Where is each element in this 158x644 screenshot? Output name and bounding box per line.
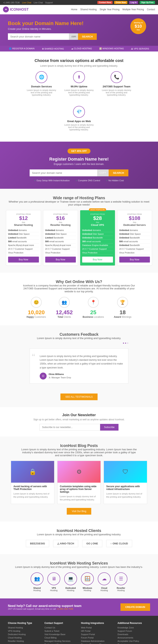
stat-happy-label: Happy Customers — [27, 316, 46, 318]
footer-link-dedicated[interactable]: Dedicated Hosting — [8, 633, 41, 636]
plans-grid: STARTING FROM $12 /mo Shared Hosting Unl… — [6, 210, 152, 266]
footer-link-vps[interactable]: VPS Hosting — [8, 630, 41, 632]
feature-item: 500 email accounts — [45, 240, 76, 244]
nav-shared[interactable]: Shared Hosting — [80, 8, 97, 11]
shared-hosting-icon: 👥 — [31, 572, 44, 585]
support-link[interactable]: Support — [45, 2, 53, 4]
stats-grid: 😊 10,020 Happy Customers 👥 12,452 Total … — [8, 297, 150, 318]
subnav-vps-servers[interactable]: 🖧 VPS SERVERS — [127, 46, 153, 52]
vps-hosting-icon: 🖥 — [47, 572, 60, 585]
cta-create-domain-button[interactable]: CREATE DOMAIN — [120, 603, 150, 611]
footer-link-downloads[interactable]: Downloads — [117, 633, 150, 636]
footer-link-billing[interactable]: Cloud Billing — [44, 636, 77, 639]
feature-item: Virus Protection — [8, 251, 39, 255]
live-chat-label[interactable]: Live Chat — [34, 2, 43, 4]
support-icon: 📞 — [111, 71, 122, 83]
footer-link-support-portal[interactable]: Support Portal — [81, 633, 114, 636]
stat-awards-label: Award Winnings — [114, 316, 131, 318]
footer-link-contact[interactable]: Contact Us — [44, 626, 77, 629]
newsletter-form: Subscribe — [40, 424, 118, 430]
footer-link-disaster[interactable]: Disaster Recovery Planning — [81, 643, 114, 644]
subnav-shared-hosting[interactable]: 🖥 SHARED HOSTING — [38, 46, 68, 52]
domain-banner-input[interactable] — [30, 170, 97, 176]
plan-reseller-period: /mo — [45, 221, 76, 224]
locations-icon: 📍 — [88, 297, 99, 308]
footer-link-announcements[interactable]: Announcements — [117, 636, 150, 639]
footer-link-cloud[interactable]: Cloud Hosting — [8, 636, 41, 639]
blog-post-2-title: Customize templates using wide array of … — [60, 485, 98, 493]
testimonials-title: Customers Feedback — [8, 332, 150, 337]
site-logo[interactable]: ✦ ICONHOST — [3, 6, 29, 12]
cta-title: Need help? Call our award-winning suppor… — [8, 604, 81, 608]
newsletter-subscribe-button[interactable]: Subscribe — [100, 424, 118, 430]
footer-link-shared[interactable]: Shared Hosting — [8, 626, 41, 629]
footer-link-managed[interactable]: Managed Hosting Services — [44, 640, 77, 642]
subnav-windows-hosting[interactable]: 🪟 WINDOWS HOSTING — [96, 46, 128, 52]
feature-item: 500 email accounts — [8, 240, 39, 244]
nav-contact[interactable]: Contact — [147, 8, 155, 11]
feature-support-desc: Lorem Ipsum is simply dummy text of the … — [101, 89, 132, 96]
feature-support: 📞 24/7/365 Support Team Lorem Ipsum is s… — [101, 71, 132, 100]
plan-shared-buy-button[interactable]: Buy Now — [8, 256, 39, 262]
web-hosting-services-section: IconHost Web Hosting Services Lorem Ipsu… — [0, 554, 158, 598]
subnav-register-domain[interactable]: 🌐 REGISTER A DOMAIN — [5, 46, 38, 52]
footer-columns: Choose Hosting Type Shared Hosting VPS H… — [8, 622, 150, 644]
feature-apps-title: Great Apps on Web — [63, 120, 95, 123]
feature-domain-title: Domain Services — [26, 85, 57, 88]
client-go: GO | ONE — [82, 540, 102, 547]
footer-link-forum[interactable]: Forum Portal — [81, 636, 114, 639]
feature-item: Limited Bandwidth — [8, 236, 39, 240]
all-testimonials-button[interactable]: SEE ALL TESTIMONIALS — [60, 394, 98, 400]
signup-button[interactable]: Sign Up Free — [140, 1, 155, 4]
cta-text: Need help? Call our award-winning suppor… — [8, 604, 81, 610]
footer-link-web-portal[interactable]: Web Portal — [81, 626, 114, 629]
domain-search-input[interactable] — [8, 33, 69, 40]
footer-resources-title: Additional Resources — [117, 622, 150, 624]
newsletter-input[interactable] — [40, 424, 100, 430]
cta-phone[interactable]: +1-845-190-7536 — [57, 608, 73, 610]
order-now-button[interactable]: Order Now — [114, 1, 127, 4]
stat-locations-label: Business Locations — [83, 316, 104, 318]
features-section: Choose from various options at affordabl… — [0, 52, 158, 142]
feature-item: Unlimited Disk Space — [119, 232, 150, 236]
footer-link-hr-portal[interactable]: HR Portal — [81, 630, 114, 632]
top-bar-contact: +1-845-190-7536 Live Chat Live Chat Supp… — [3, 2, 53, 4]
footer-link-database[interactable]: Database Administration — [81, 640, 114, 642]
footer-link-acceptable-use[interactable]: Acceptable Use Policy — [117, 640, 150, 642]
author-role: Jr. Manager Team Emp — [49, 376, 71, 379]
check-dns: Complete DNS Control — [76, 179, 100, 182]
footer-link-support-forum[interactable]: Support Forum — [117, 630, 150, 632]
blog-post-2-desc: Lorem Ipsum is simply dummy text of the … — [60, 495, 98, 502]
footer-support-title: Contact Support — [44, 622, 77, 624]
contact-now-button[interactable]: Contact Now — [97, 1, 113, 4]
plan-vps-buy-button[interactable]: Buy Now — [82, 256, 113, 262]
domain-banner-search-button[interactable]: SEARCH — [109, 170, 128, 176]
live-chat-link[interactable]: Live Chat — [22, 2, 31, 4]
nav-multi-year[interactable]: Multiple Year Pricing — [122, 8, 144, 11]
testimonial-author: O Olivia Williams Jr. Manager Team Emp — [40, 372, 124, 380]
plan-vps-period: /mo — [82, 221, 113, 224]
footer-link-professional[interactable]: Professional Services — [44, 643, 77, 644]
feature-item: Limited Bandwidth — [45, 236, 76, 240]
nav-home[interactable]: Home — [71, 8, 77, 11]
features-title: Choose from various options at affordabl… — [8, 58, 150, 63]
feature-item: 24 X 7 Customer Support — [8, 247, 39, 251]
footer-hosting-title: Choose Hosting Type — [8, 622, 41, 624]
cloud-hosting-icon: ☁ — [98, 572, 111, 585]
visit-blog-button[interactable]: Visit Our Blog — [67, 508, 91, 514]
footer-link-reseller[interactable]: Reseller Hosting — [8, 640, 41, 642]
subnav-cloud-hosting[interactable]: ☁ CLOUD HOSTING — [68, 46, 96, 52]
login-button[interactable]: Log In — [129, 1, 138, 4]
plan-dedicated-buy-button[interactable]: Buy Now — [119, 256, 150, 262]
feature-item: Unlimited domains — [8, 228, 39, 232]
footer-link-resources-contact[interactable]: Contact — [117, 643, 150, 644]
footer-link-knowledge[interactable]: Visit Knowledge Base — [44, 633, 77, 636]
footer-link-ticket[interactable]: Submit a Ticket — [44, 630, 77, 632]
footer-link-knowledge-zone[interactable]: Knowledge Zone — [117, 626, 150, 629]
clients-logos: BEEZGESIG △ AINO-TECH GO | ONE ○ ONE CLO… — [8, 540, 150, 547]
domain-search-button[interactable]: SEARCH — [78, 33, 97, 40]
apps-icon: 💎 — [73, 106, 85, 118]
nav-single-year[interactable]: Single Year Pricing — [100, 8, 119, 11]
plan-reseller-buy-button[interactable]: Buy Now — [45, 256, 76, 262]
feature-uptime-title: 99.9% Uptime — [63, 85, 95, 88]
